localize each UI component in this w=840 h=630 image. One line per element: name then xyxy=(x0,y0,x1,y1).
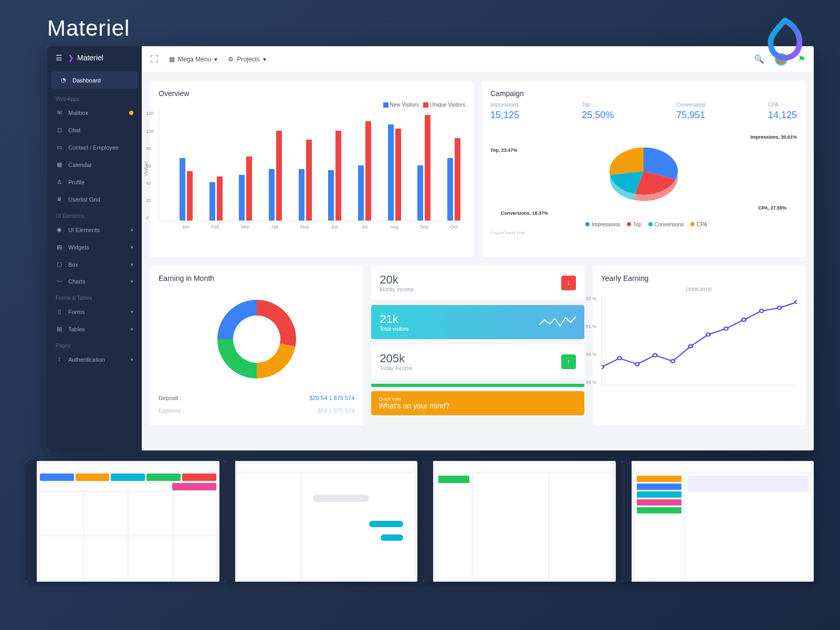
pie-label-cpa: CPA, 27.55% xyxy=(758,205,786,211)
sidebar-item-label: Mailbox xyxy=(68,110,88,116)
stat-column: 20kMontly Income ↓ 21kTotal visitors 205… xyxy=(371,266,584,425)
sidebar-item-profile[interactable]: ♙Profile xyxy=(47,173,142,191)
chevron-down-icon: ▾ xyxy=(131,262,133,267)
sidebar-item-tables[interactable]: ▤Tables▾ xyxy=(47,320,142,338)
badge-dot-icon xyxy=(129,111,133,115)
overview-title: Overview xyxy=(159,89,465,98)
sidebar-section-pages: Pages xyxy=(47,338,142,351)
svg-point-8 xyxy=(742,318,746,321)
sidebar-item-contact[interactable]: ▭Contact / Employee xyxy=(47,139,142,156)
thumbnail-row xyxy=(26,461,814,582)
chat-icon: ◻ xyxy=(56,127,63,133)
profile-icon: ♙ xyxy=(56,178,63,185)
expense-val: $54 1 875 574 xyxy=(318,407,354,414)
main-window: ☰ ❯ Materiel ◔Dashboard Web Apps ✉Mailbo… xyxy=(47,46,814,450)
tables-icon: ▤ xyxy=(56,326,63,332)
sidebar-item-box[interactable]: ▢Box▾ xyxy=(47,256,142,273)
yearly-range: (2008-2019) xyxy=(601,287,797,292)
svg-point-9 xyxy=(760,309,763,312)
forms-icon: ▯ xyxy=(56,308,63,315)
deposit-val: $20 54 1 875 574 xyxy=(310,395,355,401)
pie-label-impressions: Impressions, 30.61% xyxy=(750,134,797,140)
legend-conversions: Conversions xyxy=(655,222,684,227)
sidebar-section-ui: UI Elements xyxy=(47,208,142,221)
svg-point-1 xyxy=(617,356,621,360)
sidebar-item-label: Dashboard xyxy=(72,77,101,83)
svg-point-6 xyxy=(706,333,710,336)
visitors-label: Total visitors xyxy=(380,326,408,332)
hamburger-icon[interactable]: ☰ xyxy=(56,54,62,62)
sidebar-item-userlist[interactable]: ♛Userlist Grid xyxy=(47,191,142,208)
sidebar-item-mailbox[interactable]: ✉Mailbox xyxy=(47,104,142,121)
pie-label-top: Top, 23.47% xyxy=(490,148,517,153)
progress-bar xyxy=(371,384,584,387)
sidebar-item-label: UI Elements xyxy=(68,227,100,233)
globe-icon: ◉ xyxy=(56,226,63,233)
sidebar-item-auth[interactable]: ⟟Authentication▾ xyxy=(47,351,142,368)
sidebar-item-uielements[interactable]: ◉UI Elements▾ xyxy=(47,221,142,238)
chevron-down-icon: ▾ xyxy=(131,309,133,314)
sidebar-item-label: Userlist Grid xyxy=(68,196,100,203)
mail-icon: ✉ xyxy=(56,109,63,116)
sidebar-item-widgets[interactable]: ▤Widgets▾ xyxy=(47,238,142,256)
projects-dropdown[interactable]: ⚙Projects▾ xyxy=(228,56,266,63)
today-label: Today Income xyxy=(380,365,412,371)
thumbnail-chat[interactable] xyxy=(225,461,418,582)
sparkline-icon xyxy=(539,314,576,330)
legend-top: Top xyxy=(633,222,642,227)
sidebar-item-label: Widgets xyxy=(68,244,89,250)
sidebar-item-chat[interactable]: ◻Chat xyxy=(47,121,142,139)
sidebar-item-forms[interactable]: ▯Forms▾ xyxy=(47,303,142,320)
chevron-down-icon: ▾ xyxy=(131,279,133,284)
content: ⛶ ▦Mega Menu▾ ⚙Projects▾ 🔍 ⚑ Overview Ne… xyxy=(142,46,814,450)
up-arrow-icon[interactable]: ↑ xyxy=(561,354,576,369)
chevron-down-icon: ▾ xyxy=(131,327,133,332)
thumbnail-calendar[interactable] xyxy=(621,461,814,582)
svg-point-0 xyxy=(602,365,604,369)
sidebar-item-label: Charts xyxy=(68,278,85,285)
today-income-card[interactable]: 205kToday Income ↑ xyxy=(371,344,584,379)
sidebar-section-forms: Forms & Tables xyxy=(47,290,142,303)
sidebar-item-calendar[interactable]: ▦Calendar xyxy=(47,156,142,173)
svg-point-7 xyxy=(724,327,728,330)
monthly-income-card[interactable]: 20kMontly Income ↓ xyxy=(371,266,584,300)
earning-title: Earning in Month xyxy=(159,274,354,282)
sidebar-item-dashboard[interactable]: ◔Dashboard xyxy=(51,71,138,89)
thumbnail-userlist[interactable] xyxy=(26,461,219,582)
brand[interactable]: ❯ Materiel xyxy=(68,54,103,62)
sidebar-item-charts[interactable]: 〰Charts▾ xyxy=(47,273,142,290)
expense-label: Expense : xyxy=(159,407,184,414)
campaign-pie: Impressions, 30.61% Top, 23.47% Conversi… xyxy=(490,129,797,218)
stat-impressions: Impressions15,125 xyxy=(490,102,519,121)
legend-impressions: Impressions xyxy=(592,222,620,227)
calendar-icon: ▦ xyxy=(56,161,63,168)
svg-point-2 xyxy=(635,363,639,366)
svg-point-3 xyxy=(653,354,656,357)
legend-new: New Visitors xyxy=(390,102,419,108)
sidebar-item-label: Calendar xyxy=(68,162,92,168)
sidebar-item-label: Box xyxy=(68,261,78,268)
quick-note-card[interactable]: Quick note What's on your mind? xyxy=(371,391,584,415)
svg-point-11 xyxy=(795,300,797,303)
down-arrow-icon[interactable]: ↓ xyxy=(561,276,576,290)
legend-unique: Unique Visitors xyxy=(430,102,465,108)
mega-menu-dropdown[interactable]: ▦Mega Menu▾ xyxy=(169,56,217,63)
grid-icon: ▦ xyxy=(169,56,175,63)
sidebar-item-label: Contact / Employee xyxy=(68,144,119,151)
trial-label: FusionCharts Trial xyxy=(490,230,797,235)
thumbnail-mailbox[interactable] xyxy=(423,461,616,582)
stat-conversions: Conversions75,951 xyxy=(676,102,706,121)
sidebar-item-label: Authentication xyxy=(68,356,105,363)
mega-menu-label: Mega Menu xyxy=(178,56,211,63)
visitors-card[interactable]: 21kTotal visitors xyxy=(371,305,584,339)
fullscreen-icon[interactable]: ⛶ xyxy=(150,55,159,64)
yearly-title: Yearly Earning xyxy=(601,274,797,282)
overview-card: Overview New VisitorsUnique Visitors Vis… xyxy=(150,81,474,257)
topbar: ⛶ ▦Mega Menu▾ ⚙Projects▾ 🔍 ⚑ xyxy=(142,46,814,72)
monthly-val: 20k xyxy=(380,273,414,287)
brand-label: Materiel xyxy=(77,54,103,62)
sidebar-item-label: Profile xyxy=(68,179,85,185)
quicknote-label: Quick note xyxy=(379,396,576,402)
legend-cpa: CPA xyxy=(697,222,707,227)
projects-label: Projects xyxy=(237,56,259,63)
